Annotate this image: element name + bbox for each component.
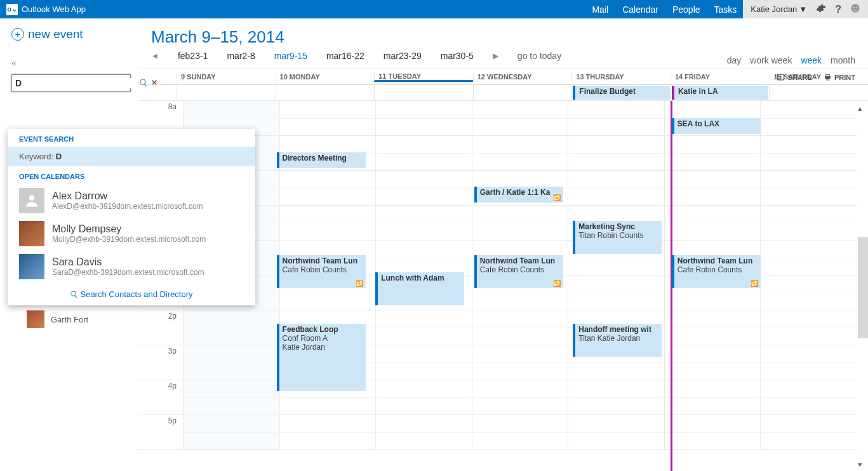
event-nw-fri[interactable]: Northwind Team LunCafe Robin Counts🔁 bbox=[672, 255, 761, 288]
time-cell[interactable] bbox=[760, 136, 857, 170]
time-cell[interactable] bbox=[279, 171, 376, 205]
view-day[interactable]: day bbox=[727, 55, 742, 65]
time-cell[interactable] bbox=[279, 206, 376, 240]
time-cell[interactable] bbox=[472, 345, 568, 380]
time-cell[interactable] bbox=[375, 345, 472, 380]
time-cell[interactable] bbox=[183, 380, 279, 415]
week-tab-2[interactable]: mar9-15 bbox=[274, 51, 307, 61]
time-cell[interactable] bbox=[664, 345, 761, 380]
go-to-today-link[interactable]: go to today bbox=[517, 51, 561, 61]
search-input[interactable] bbox=[12, 78, 138, 88]
time-cell[interactable] bbox=[183, 415, 279, 449]
time-cell[interactable] bbox=[568, 136, 664, 170]
dd-person-1[interactable]: Molly DempseyMollyD@exhb-3919dom.extest.… bbox=[8, 217, 255, 250]
week-tab-0[interactable]: feb23-1 bbox=[178, 51, 208, 61]
time-cell[interactable] bbox=[472, 136, 568, 170]
event-feedback[interactable]: Feedback LoopConf Room AKatie Jordan bbox=[277, 324, 366, 391]
time-cell[interactable] bbox=[375, 171, 472, 205]
time-cell[interactable] bbox=[375, 101, 472, 135]
app-logo[interactable]: o⌄ Outlook Web App bbox=[0, 4, 92, 15]
event-sea-lax[interactable]: SEA to LAX bbox=[672, 118, 761, 134]
time-cell[interactable] bbox=[760, 101, 857, 135]
time-cell[interactable] bbox=[664, 415, 761, 449]
week-tab-3[interactable]: mar16-22 bbox=[326, 51, 364, 61]
view-week[interactable]: week bbox=[801, 55, 822, 65]
time-cell[interactable] bbox=[375, 206, 472, 240]
time-cell[interactable] bbox=[375, 415, 472, 449]
face-icon[interactable] bbox=[850, 3, 860, 15]
time-cell[interactable] bbox=[375, 241, 472, 275]
new-event-button[interactable]: + new event bbox=[11, 27, 138, 41]
nav-tasks[interactable]: Tasks bbox=[714, 0, 737, 18]
dd-keyword-row[interactable]: Keyword: D bbox=[8, 147, 255, 166]
dd-person-2[interactable]: Sara DavisSaraD@exhb-3919dom.extest.micr… bbox=[8, 250, 255, 283]
day-header-fri[interactable]: 14 FRIDAY bbox=[671, 73, 770, 81]
other-cal-item-1[interactable]: Garth Fort bbox=[27, 310, 138, 328]
time-cell[interactable] bbox=[664, 206, 761, 240]
week-tab-1[interactable]: mar2-8 bbox=[227, 51, 255, 61]
day-header-wed[interactable]: 12 WEDNESDAY bbox=[473, 73, 572, 81]
time-cell[interactable] bbox=[472, 101, 568, 135]
next-week-icon[interactable]: ▶ bbox=[493, 51, 498, 60]
time-cell[interactable] bbox=[760, 345, 857, 380]
search-directory-link[interactable]: Search Contacts and Directory bbox=[8, 283, 255, 305]
event-lunch-adam[interactable]: Lunch with Adam bbox=[375, 272, 464, 305]
view-month[interactable]: month bbox=[831, 55, 855, 65]
time-cell[interactable] bbox=[568, 380, 664, 415]
day-header-thu[interactable]: 13 THURSDAY bbox=[571, 73, 671, 81]
time-cell[interactable] bbox=[664, 136, 761, 170]
day-header-tue[interactable]: 11 TUESDAY bbox=[374, 72, 473, 82]
time-cell[interactable] bbox=[472, 380, 568, 415]
time-cell[interactable] bbox=[568, 171, 664, 205]
time-cell[interactable] bbox=[664, 171, 761, 205]
time-cell[interactable] bbox=[183, 345, 279, 380]
time-cell[interactable] bbox=[760, 415, 857, 449]
time-cell[interactable] bbox=[472, 415, 568, 449]
allday-event-finalize-budget[interactable]: Finalize Budget bbox=[573, 86, 670, 100]
search-box[interactable] bbox=[11, 74, 131, 92]
event-garth-katie[interactable]: Garth / Katie 1:1 Ka🔁 bbox=[474, 187, 563, 202]
time-cell[interactable] bbox=[279, 415, 376, 449]
settings-icon[interactable] bbox=[816, 3, 826, 15]
time-cell[interactable] bbox=[760, 241, 857, 275]
nav-people[interactable]: People bbox=[672, 0, 700, 18]
prev-week-icon[interactable]: ◄ bbox=[151, 51, 159, 60]
event-mkt-sync[interactable]: Marketing SyncTitan Robin Counts bbox=[573, 221, 662, 254]
scroll-down-icon[interactable]: ▾ bbox=[858, 460, 867, 468]
scrollbar[interactable] bbox=[858, 237, 868, 338]
nav-mail[interactable]: Mail bbox=[592, 0, 608, 18]
time-cell[interactable] bbox=[279, 101, 376, 135]
time-cell[interactable] bbox=[568, 275, 664, 310]
user-menu[interactable]: Katie Jordan▼ bbox=[751, 4, 807, 14]
view-workweek[interactable]: work week bbox=[750, 55, 792, 65]
nav-calendar[interactable]: Calendar bbox=[622, 0, 658, 18]
time-cell[interactable] bbox=[760, 380, 857, 415]
time-cell[interactable] bbox=[760, 275, 857, 310]
time-cell[interactable] bbox=[183, 310, 279, 345]
event-nw-wed[interactable]: Northwind Team LunCafe Robin Counts🔁 bbox=[474, 255, 563, 288]
allday-event-katie-la[interactable]: Katie in LA bbox=[672, 86, 769, 100]
time-cell[interactable] bbox=[375, 380, 472, 415]
time-cell[interactable] bbox=[472, 310, 568, 345]
time-cell[interactable] bbox=[568, 101, 664, 135]
time-cell[interactable] bbox=[568, 415, 664, 449]
time-cell[interactable] bbox=[472, 206, 568, 240]
event-handoff[interactable]: Handoff meeting witTitan Katie Jordan bbox=[573, 324, 662, 357]
help-icon[interactable]: ? bbox=[835, 4, 841, 15]
time-cell[interactable] bbox=[760, 206, 857, 240]
week-tab-5[interactable]: mar30-5 bbox=[441, 51, 474, 61]
day-header-sat[interactable]: 15 SATURDAY bbox=[769, 73, 868, 81]
day-header-mon[interactable]: 10 MONDAY bbox=[276, 73, 375, 81]
time-cell[interactable] bbox=[375, 136, 472, 170]
time-cell[interactable] bbox=[760, 171, 857, 205]
time-cell[interactable] bbox=[664, 380, 761, 415]
event-nw-mon[interactable]: Northwind Team LunCafe Robin Counts🔁 bbox=[277, 255, 366, 288]
scroll-up-icon[interactable]: ▴ bbox=[858, 103, 867, 112]
collapse-sidebar-icon[interactable]: « bbox=[11, 58, 138, 68]
week-tab-4[interactable]: mar23-29 bbox=[384, 51, 422, 61]
time-cell[interactable] bbox=[375, 310, 472, 345]
time-cell[interactable] bbox=[664, 310, 761, 345]
time-cell[interactable] bbox=[760, 310, 857, 345]
day-header-sun[interactable]: 9 SUNDAY bbox=[177, 73, 276, 81]
dd-person-0[interactable]: Alex DarrowAlexD@exhb-3919dom.extest.mic… bbox=[8, 184, 255, 217]
